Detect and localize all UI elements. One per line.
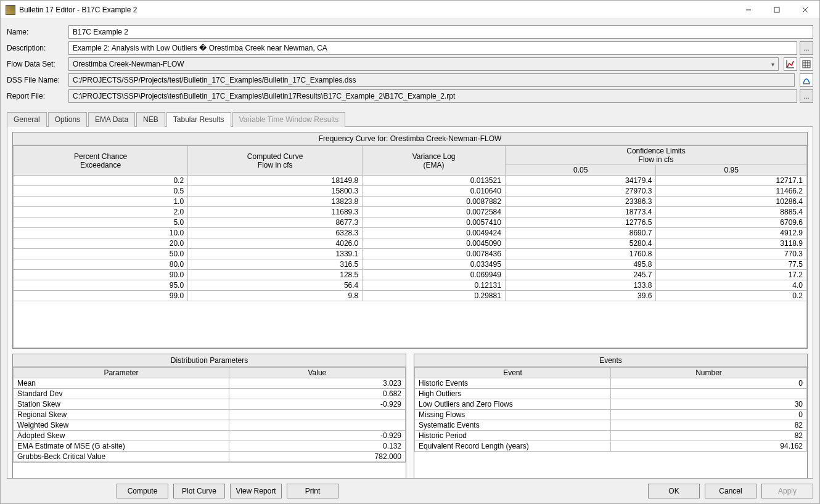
- table-cell: -0.929: [229, 431, 405, 441]
- table-cell: 15800.3: [188, 186, 363, 197]
- table-row[interactable]: High Outliers: [415, 389, 807, 399]
- table-cell: [229, 420, 405, 431]
- table-row[interactable]: 90.0128.50.069949245.717.2: [14, 270, 807, 280]
- dss-plot-icon-button[interactable]: [800, 73, 813, 87]
- table-row[interactable]: Mean3.023: [14, 378, 406, 389]
- table-cell: 95.0: [14, 280, 188, 291]
- table-cell: 0.0078436: [363, 249, 506, 259]
- table-cell: Systematic Events: [415, 420, 611, 431]
- table-row[interactable]: 0.218149.80.01352134179.412717.1: [14, 176, 807, 186]
- tab-variable-time-window: Variable Time Window Results: [232, 112, 346, 127]
- table-row[interactable]: Low Outliers and Zero Flows30: [415, 399, 807, 410]
- table-cell: 17.2: [656, 270, 807, 280]
- plot-curve-button[interactable]: Plot Curve: [173, 484, 225, 498]
- col-confidence-limits: Confidence Limits Flow in cfs: [505, 146, 806, 165]
- table-cell: 11466.2: [656, 186, 807, 197]
- table-row[interactable]: Weighted Skew: [14, 420, 406, 431]
- table-cell: Station Skew: [14, 399, 229, 410]
- table-cell: 0.132: [229, 441, 405, 452]
- table-row[interactable]: 95.056.40.12131133.84.0: [14, 280, 807, 291]
- table-icon-button[interactable]: [800, 57, 813, 71]
- dist-empty: [13, 462, 406, 479]
- print-button[interactable]: Print: [287, 484, 338, 498]
- tab-ema-data[interactable]: EMA Data: [88, 112, 135, 127]
- table-row[interactable]: 2.011689.30.007258418773.48885.4: [14, 207, 807, 217]
- col-number: Number: [611, 368, 807, 378]
- dssfile-input[interactable]: C:/PROJECTS/SSP/Projects/test/Bulletin_1…: [68, 73, 795, 87]
- name-input[interactable]: B17C Example 2: [68, 25, 813, 39]
- table-row[interactable]: 1.013823.80.008788223386.310286.4: [14, 197, 807, 207]
- table-row[interactable]: Regional Skew: [14, 410, 406, 420]
- report-input[interactable]: C:\PROJECTS\SSP\Projects\test\Bulletin_1…: [68, 89, 797, 103]
- table-row[interactable]: Station Skew-0.929: [14, 399, 406, 410]
- tab-general[interactable]: General: [7, 112, 47, 127]
- table-cell: 0: [611, 378, 807, 389]
- description-label: Description:: [7, 44, 68, 52]
- view-report-button[interactable]: View Report: [230, 484, 282, 498]
- table-cell: 0.0057410: [363, 217, 506, 228]
- table-cell: 12717.1: [656, 176, 807, 186]
- flowdata-select[interactable]: Orestimba Creek-Newman-FLOW ▾: [68, 57, 779, 71]
- report-browse-button[interactable]: ...: [800, 89, 813, 103]
- close-button[interactable]: [791, 1, 819, 19]
- frequency-curve-title: Frequency Curve for: Orestimba Creek-New…: [13, 132, 807, 145]
- table-icon: [802, 60, 811, 68]
- table-cell: 23386.3: [505, 197, 656, 207]
- table-row[interactable]: 0.515800.30.01064027970.311466.2: [14, 186, 807, 197]
- table-cell: 1.0: [14, 197, 188, 207]
- dssfile-label: DSS File Name:: [7, 76, 68, 84]
- tab-options[interactable]: Options: [48, 112, 87, 127]
- table-cell: 3118.9: [656, 238, 807, 249]
- table-row[interactable]: 80.0316.50.033495495.877.5: [14, 259, 807, 270]
- col-event: Event: [415, 368, 611, 378]
- table-row[interactable]: Adopted Skew-0.929: [14, 431, 406, 441]
- table-cell: 30: [611, 399, 807, 410]
- table-row[interactable]: 20.04026.00.00450905280.43118.9: [14, 238, 807, 249]
- frequency-curve-panel: Frequency Curve for: Orestimba Creek-New…: [12, 132, 808, 349]
- minimize-button[interactable]: [734, 1, 763, 19]
- name-label: Name:: [7, 28, 68, 36]
- cancel-button[interactable]: Cancel: [705, 484, 756, 498]
- plot-icon-button[interactable]: [784, 57, 797, 71]
- table-cell: 8885.4: [656, 207, 807, 217]
- table-cell: High Outliers: [415, 389, 611, 399]
- table-cell: 34179.4: [505, 176, 656, 186]
- table-cell: 99.0: [14, 291, 188, 301]
- table-cell: 39.6: [505, 291, 656, 301]
- distribution-parameters-title: Distribution Parameters: [13, 354, 406, 367]
- table-cell: 782.000: [229, 452, 405, 462]
- table-cell: Weighted Skew: [14, 420, 229, 431]
- ellipsis-icon: ...: [803, 92, 809, 100]
- table-row[interactable]: Grubbs-Beck Critical Value782.000: [14, 452, 406, 462]
- description-input[interactable]: Example 2: Analysis with Low Outliers � …: [68, 41, 797, 55]
- window-title: Bulletin 17 Editor - B17C Example 2: [19, 6, 734, 14]
- table-row[interactable]: Equivalent Record Length (years)94.162: [415, 441, 807, 452]
- tab-neb[interactable]: NEB: [136, 112, 165, 127]
- description-browse-button[interactable]: ...: [800, 41, 813, 55]
- events-table: Event Number Historic Events0High Outlie…: [414, 367, 807, 452]
- tab-tabular-results[interactable]: Tabular Results: [166, 112, 231, 127]
- table-row[interactable]: Missing Flows0: [415, 410, 807, 420]
- close-icon: [802, 7, 808, 13]
- table-row[interactable]: Historic Events0: [415, 378, 807, 389]
- table-cell: 90.0: [14, 270, 188, 280]
- table-row[interactable]: EMA Estimate of MSE (G at-site)0.132: [14, 441, 406, 452]
- table-row[interactable]: 5.08677.30.005741012776.56709.6: [14, 217, 807, 228]
- table-row[interactable]: 99.09.80.2988139.60.2: [14, 291, 807, 301]
- table-cell: 18773.4: [505, 207, 656, 217]
- table-cell: 13823.8: [188, 197, 363, 207]
- table-row[interactable]: Systematic Events82: [415, 420, 807, 431]
- table-cell: Historic Period: [415, 431, 611, 441]
- table-row[interactable]: Historic Period82: [415, 431, 807, 441]
- table-row[interactable]: Standard Dev0.682: [14, 389, 406, 399]
- table-cell: 4.0: [656, 280, 807, 291]
- table-cell: 8677.3: [188, 217, 363, 228]
- maximize-button[interactable]: [763, 1, 791, 19]
- compute-button[interactable]: Compute: [117, 484, 168, 498]
- tab-bar: General Options EMA Data NEB Tabular Res…: [7, 112, 813, 127]
- table-row[interactable]: 50.01339.10.00784361760.8770.3: [14, 249, 807, 259]
- table-cell: -0.929: [229, 399, 405, 410]
- table-row[interactable]: 10.06328.30.00494248690.74912.9: [14, 228, 807, 238]
- table-cell: [229, 410, 405, 420]
- ok-button[interactable]: OK: [648, 484, 700, 498]
